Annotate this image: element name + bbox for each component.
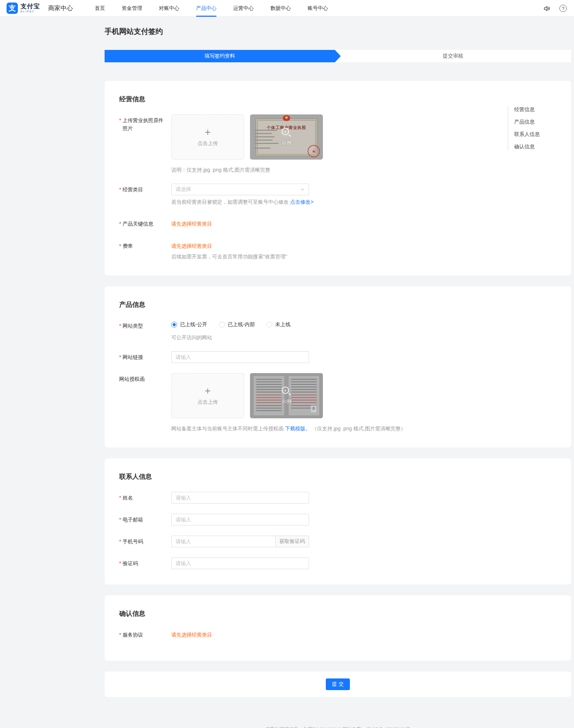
category-label: 经营类目 xyxy=(122,185,166,206)
invoice-helper-text: 后续如需开发票，可去首页常用功能搜索"收票管理" xyxy=(171,254,557,260)
category-select-placeholder: 请选择 xyxy=(176,186,191,193)
captcha-label: 验证码 xyxy=(122,559,166,569)
plus-icon: + xyxy=(205,386,211,396)
nav-item-reconciliation[interactable]: 对账中心 xyxy=(159,0,179,17)
get-code-button[interactable]: 获取验证码 xyxy=(275,536,309,547)
radio-online-public[interactable]: 已上线-公开 xyxy=(171,321,207,328)
radio-selected-icon xyxy=(171,322,177,328)
auth-letter-note: 网站备案主体与当前账号主体不同时需上传授权函 xyxy=(171,426,284,431)
plus-icon: + xyxy=(205,127,211,137)
auth-letter-upload-box[interactable]: + 点击上传 xyxy=(171,373,244,418)
website-url-label: 网站链接 xyxy=(122,353,166,363)
captcha-input[interactable] xyxy=(171,557,309,569)
name-label: 姓名 xyxy=(122,494,166,504)
category-helper-text: 若当前经营类目被锁定，如需调整可至账号中心修改 xyxy=(171,199,289,205)
download-template-link[interactable]: 下载模版。 xyxy=(285,426,311,431)
license-format-note: 说明：仅支持.jpg .png 格式,图片需清晰完整 xyxy=(171,167,557,173)
help-icon[interactable]: ? xyxy=(559,5,567,12)
website-type-row: * 网站类型 已上线-公开 已上线-内部 未上线 xyxy=(119,320,557,341)
page-footer: 经营许可证编号：合字B2-20190046 网站备案：沪ICP备 1502748… xyxy=(105,697,571,728)
confirm-info-title: 确认信息 xyxy=(119,609,557,618)
product-info-title: 产品信息 xyxy=(119,300,557,309)
anchor-contact-info[interactable]: 联系人信息 xyxy=(514,131,540,138)
auth-letter-label: 网站授权函 xyxy=(119,375,163,432)
phone-label: 手机号码 xyxy=(122,537,166,547)
radio-icon xyxy=(219,322,225,328)
license-upload-box[interactable]: + 点击上传 xyxy=(171,114,244,160)
name-input[interactable] xyxy=(171,492,309,504)
example-label: 示例 xyxy=(281,140,292,146)
brand-name-en: ALIPAY xyxy=(20,10,40,13)
contact-info-card: 联系人信息 * 姓名 * 电子邮箱 * 手机号码 xyxy=(105,458,571,584)
portal-title: 商家中心 xyxy=(48,4,73,12)
example-label: 示例 xyxy=(281,398,292,405)
main-menu: 首页 资金管理 对账中心 产品中心 运营中心 数据中心 账号中心 xyxy=(95,0,345,17)
nav-item-account[interactable]: 账号中心 xyxy=(308,0,328,17)
step-submit-review: 提交审核 xyxy=(335,50,571,62)
product-key-info-row: * 产品关键信息 请先选择经营类目 xyxy=(119,218,557,228)
website-type-helper: 可公开访问的网站 xyxy=(171,334,557,341)
business-info-card: 经营信息 * 上传营业执照原件照片 + 点击上传 个体工商户营业执照 xyxy=(105,81,571,275)
radio-icon xyxy=(266,322,272,328)
name-row: * 姓名 xyxy=(119,492,557,504)
contact-info-title: 联系人信息 xyxy=(119,472,557,481)
business-info-title: 经营信息 xyxy=(119,95,557,103)
website-type-radio-group: 已上线-公开 已上线-内部 未上线 xyxy=(171,320,557,328)
auth-letter-example-image[interactable]: + 示例 xyxy=(250,373,323,418)
product-key-info-hint: 请先选择经营类目 xyxy=(171,218,557,228)
auth-letter-row: 网站授权函 + 点击上传 xyxy=(119,373,557,432)
agreement-hint: 请先选择经营类目 xyxy=(171,629,557,639)
brand-name-cn: 支付宝 xyxy=(20,3,40,9)
agreement-label: 服务协议 xyxy=(122,631,166,639)
page-title: 手机网站支付签约 xyxy=(105,17,571,36)
license-label: 上传营业执照原件照片 xyxy=(122,116,166,173)
modify-category-link[interactable]: 点击修改> xyxy=(290,199,313,205)
section-anchor-nav: 经营信息 产品信息 联系人信息 确认信息 xyxy=(508,106,540,151)
captcha-row: * 验证码 xyxy=(119,557,557,569)
rate-row: * 费率 请先选择经营类目 后续如需开发票，可去首页常用功能搜索"收票管理" xyxy=(119,240,557,260)
submit-bar: 提交 xyxy=(105,672,571,697)
phone-input[interactable] xyxy=(171,536,276,547)
license-example-image[interactable]: 个体工商户营业执照 ★ + 示例 xyxy=(250,114,323,160)
zoom-magnifier-icon: + xyxy=(282,387,291,396)
step-fill-info: 填写签约资料 xyxy=(105,50,335,62)
speaker-icon[interactable] xyxy=(543,5,551,12)
nav-item-home[interactable]: 首页 xyxy=(95,0,105,17)
website-url-input[interactable] xyxy=(171,351,309,363)
nav-item-data[interactable]: 数据中心 xyxy=(270,0,291,17)
category-select[interactable]: 请选择 xyxy=(171,184,309,195)
email-input[interactable] xyxy=(171,514,309,525)
website-type-label: 网站类型 xyxy=(122,322,166,341)
page-content: 手机网站支付签约 填写签约资料 提交审核 经营信息 * 上传营业执照原件照片 +… xyxy=(105,17,571,728)
submit-button[interactable]: 提交 xyxy=(326,678,350,690)
category-row: * 经营类目 请选择 若当前经营类目被锁定，如需调整可至账号中心修改 点击修改> xyxy=(119,184,557,206)
zoom-magnifier-icon: + xyxy=(282,128,291,137)
radio-online-internal[interactable]: 已上线-内部 xyxy=(219,321,255,328)
alipay-logo-icon: 支 xyxy=(7,3,18,14)
website-url-row: * 网站链接 xyxy=(119,351,557,363)
email-row: * 电子邮箱 xyxy=(119,514,557,525)
agreement-row: * 服务协议 请先选择经营类目 xyxy=(119,629,557,639)
anchor-business-info[interactable]: 经营信息 xyxy=(514,106,540,113)
anchor-confirm-info[interactable]: 确认信息 xyxy=(514,144,540,150)
alipay-logo[interactable]: 支 支付宝 ALIPAY xyxy=(7,3,40,14)
anchor-product-info[interactable]: 产品信息 xyxy=(514,119,540,125)
email-label: 电子邮箱 xyxy=(122,516,166,525)
icp-license-text: 经营许可证编号：合字B2-20190046 网站备案：沪ICP备 1502748… xyxy=(265,727,411,728)
license-upload-row: * 上传营业执照原件照片 + 点击上传 个体工商户营业执照 xyxy=(119,114,557,173)
rate-hint: 请先选择经营类目 xyxy=(171,240,557,250)
radio-not-online[interactable]: 未上线 xyxy=(266,321,290,328)
rate-label: 费率 xyxy=(122,242,166,260)
nav-item-funds[interactable]: 资金管理 xyxy=(122,0,142,17)
confirm-info-card: 确认信息 * 服务协议 请先选择经营类目 xyxy=(105,595,571,661)
phone-row: * 手机号码 获取验证码 xyxy=(119,536,557,547)
required-asterisk: * xyxy=(119,116,121,173)
auth-letter-format-note: （仅支持.jpg .png 格式,图片需清晰完整） xyxy=(312,426,406,431)
chevron-down-icon xyxy=(300,187,305,192)
product-info-card: 产品信息 * 网站类型 已上线-公开 已上线-内部 xyxy=(105,286,571,447)
progress-steps: 填写签约资料 提交审核 xyxy=(105,50,571,62)
nav-item-products[interactable]: 产品中心 xyxy=(196,0,216,17)
product-key-info-label: 产品关键信息 xyxy=(122,220,166,228)
nav-item-operations[interactable]: 运营中心 xyxy=(233,0,254,17)
top-nav: 支 支付宝 ALIPAY 商家中心 首页 资金管理 对账中心 产品中心 运营中心… xyxy=(0,0,574,17)
